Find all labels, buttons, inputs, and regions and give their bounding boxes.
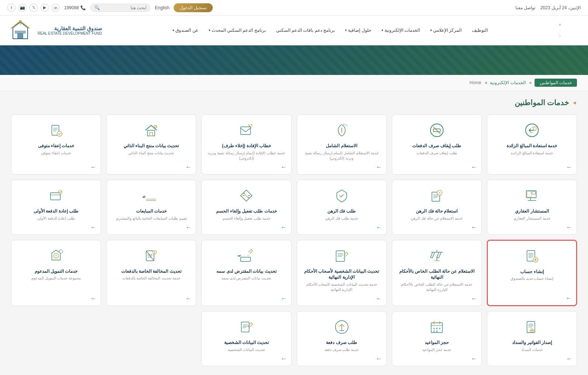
svg-point-12 (341, 132, 342, 133)
service-arrow-icon[interactable]: ← (281, 352, 287, 362)
svg-point-38 (154, 254, 155, 254)
service-card-service-5[interactable]: تحديث بيانات منتج البناء الذاتيتحديث بيا… (106, 114, 196, 175)
service-arrow-icon[interactable]: ← (185, 292, 191, 302)
service-card-service-14[interactable]: الاستعلام عن حالة الطلب الخاص بالأحكام ا… (392, 240, 482, 306)
service-arrow-icon[interactable]: ← (185, 161, 191, 171)
service-arrow-icon[interactable]: ← (566, 221, 572, 231)
service-arrow-icon[interactable]: ← (566, 161, 572, 171)
service-title: استعلام حالة فك الرهن (416, 208, 457, 214)
service-arrow-icon[interactable]: ← (376, 292, 382, 302)
top-bar-left: تسجيل الدخول English 🔍 📞 199088 in ▶ 𝕏 📷… (7, 3, 213, 12)
service-card-service-4[interactable]: خطاب الإفادة (إخلاء طرف)خدمة خطاب الإفاد… (201, 114, 291, 175)
language-button[interactable]: English (155, 5, 169, 10)
service-title: إصدار الفواتير والسداد (512, 340, 552, 346)
linkedin-icon[interactable]: in (52, 4, 60, 12)
nav-item-about[interactable]: عن الصندوق ▾ (168, 25, 202, 36)
services-grid: + خدمة استعادة المبالغ الزائدةخدمة استعا… (11, 114, 577, 366)
service-card-service-9[interactable]: طلب فك الرهنخدمة طلب فك الرهن← (297, 180, 387, 235)
nav-item-extra[interactable]: حلول إضافية ▾ (341, 25, 375, 36)
service-arrow-icon[interactable]: ← (471, 352, 477, 362)
service-arrow-icon[interactable]: ← (566, 352, 572, 362)
service-arrow-icon[interactable]: ← (376, 352, 382, 362)
service-card-service-19[interactable]: إصدار الفواتير والسدادخدمات السداد← (487, 311, 577, 366)
breadcrumb-electronic[interactable]: الخدمات الإلكترونية (490, 80, 525, 85)
appointment-icon (427, 317, 446, 337)
service-card-service-18[interactable]: خدمات التمويل المدعوممجموعة خدمات التموي… (11, 240, 101, 306)
service-arrow-icon[interactable]: ← (281, 161, 287, 171)
svg-line-10 (433, 127, 440, 134)
service-card-service-15[interactable]: تحديث البيانات الشخصية لأصحاب الأحكام ال… (297, 240, 387, 306)
service-arrow-icon[interactable]: ← (471, 221, 477, 231)
contact-link[interactable]: تواصل معنا (515, 5, 535, 10)
chevron-down-icon: ▾ (209, 28, 211, 32)
search-icon[interactable]: 🔍 (94, 5, 100, 10)
service-title: خدمات طلب تفعيل وإلغاء الحسم (216, 208, 276, 214)
service-card-service-20[interactable]: حجز المواعيدخدمة حجز المواعيد← (392, 311, 482, 366)
inquiry-icon (332, 121, 351, 140)
nav-item-media[interactable]: المركز الإعلامي ▾ (426, 25, 466, 36)
svg-rect-8 (533, 127, 536, 130)
service-card-service-17[interactable]: تحديث المخالفة الخاصة بالدفعاتخدمة تحديث… (106, 240, 196, 306)
nav-item-electronic[interactable]: الخدمات الإلكترونية ▾ (377, 25, 424, 36)
service-arrow-icon[interactable]: ← (471, 161, 477, 171)
twitter-icon[interactable]: 𝕏 (29, 4, 38, 12)
main-content: خدمات المواطنين + خدمة استعادة المبالغ ا… (0, 91, 588, 374)
chevron-down-icon: ▾ (430, 28, 432, 32)
service-desc: تقييم طلبات المبايعات الخاصة بالبائع وال… (116, 216, 187, 221)
personal-update-icon (237, 317, 256, 337)
service-card-service-11[interactable]: سوق خدمات المبايعاتتقييم طلبات المبايعات… (106, 180, 196, 235)
nav-item-packages[interactable]: برنامج دعم باقات الدعم السكني (272, 25, 339, 36)
svg-rect-15 (150, 133, 153, 136)
service-card-service-2[interactable]: طلب إيقاف صرف الدفعاتطلب إيقاف صرف الدفع… (392, 114, 482, 175)
service-card-service-22[interactable]: تحديث البيانات الشخصيةتحديث البيانات الش… (201, 311, 291, 366)
service-arrow-icon[interactable]: ← (281, 221, 287, 231)
fund-logo-icon (7, 19, 33, 41)
svg-text:VISION: VISION (560, 23, 560, 26)
refund-icon (46, 186, 66, 205)
service-card-service-10[interactable]: خدمات طلب تفعيل وإلغاء الحسمخدمة طلب تفع… (201, 180, 291, 235)
service-arrow-icon[interactable]: ← (566, 292, 572, 302)
service-desc: خدمة حجز المواعيد (422, 347, 451, 352)
svg-rect-34 (241, 257, 251, 261)
service-desc: خدمة استعادة المبالغ الزائدة (511, 151, 553, 156)
svg-rect-21 (532, 191, 536, 194)
nav-item-employment[interactable]: التوظيف (467, 25, 492, 36)
service-arrow-icon[interactable]: ← (90, 161, 96, 171)
chevron-down-icon: ▾ (382, 28, 383, 32)
service-title: إنشاء حساب (520, 269, 543, 275)
service-arrow-icon[interactable]: ← (376, 221, 382, 231)
service-card-service-8[interactable]: استعلام حالة فك الرهنخدمة الاستعلام عن ح… (392, 180, 482, 235)
svg-rect-45 (241, 322, 249, 332)
svg-point-25 (244, 193, 245, 194)
facebook-icon[interactable]: f (7, 4, 15, 12)
service-desc: طلب إيقاف صرف الدفعات (417, 151, 457, 156)
service-card-service-3[interactable]: الاستعلام الشاملخدمة الاستعلام الشامل (إ… (297, 114, 387, 175)
service-arrow-icon[interactable]: ← (185, 221, 191, 231)
service-card-service-21[interactable]: طلب صرف دفعةخدمة طلب صرف دفعة← (297, 311, 387, 366)
money-return-icon: + (522, 121, 542, 140)
service-card-service-1[interactable]: + خدمة استعادة المبالغ الزائدةخدمة استعا… (487, 114, 577, 175)
service-arrow-icon[interactable]: ← (471, 292, 477, 302)
letter-icon (237, 121, 256, 140)
nav-item-program[interactable]: برنامج الدعم السكني المحدث ▾ (204, 25, 270, 36)
logo-area: VISION 2030 KINGDOM OF SAUDI ARABIA (559, 21, 581, 39)
service-card-service-16[interactable]: سمه تحديث بيانات المقترض لدى سمهتحديث بي… (201, 240, 291, 306)
service-card-service-7[interactable]: المستشار العقاريخدمة المستشار العقاري← (487, 180, 577, 235)
service-arrow-icon[interactable]: ← (90, 221, 96, 231)
svg-point-40 (59, 250, 63, 253)
youtube-icon[interactable]: ▶ (41, 4, 49, 12)
register-button[interactable]: تسجيل الدخول (174, 3, 212, 12)
instagram-icon[interactable]: 📷 (18, 4, 27, 12)
search-input[interactable] (102, 5, 146, 10)
service-title: خدمات التمويل المدعوم (35, 268, 78, 275)
service-card-service-6[interactable]: خدمات إعفاء متوفىخدمات إعفاء متوفى← (11, 114, 101, 175)
service-desc: خدمة الاستعلام عن حالة الطلب الخاص بالأح… (397, 282, 477, 292)
service-arrow-icon[interactable]: ← (90, 292, 96, 302)
service-arrow-icon[interactable]: ← (376, 161, 382, 171)
breadcrumb-sep2: ◄ (484, 80, 488, 85)
service-card-service-12[interactable]: طلب إعادة الدفعة الأولىطلب إعادة الدفعة … (11, 180, 101, 235)
breadcrumb-home[interactable]: Home (470, 80, 481, 85)
exemption-icon (46, 121, 66, 140)
service-card-service-13[interactable]: إنشاء حسابإنشاء حساب جديد بالصندوق← (487, 240, 577, 306)
service-arrow-icon[interactable]: ← (281, 292, 287, 302)
